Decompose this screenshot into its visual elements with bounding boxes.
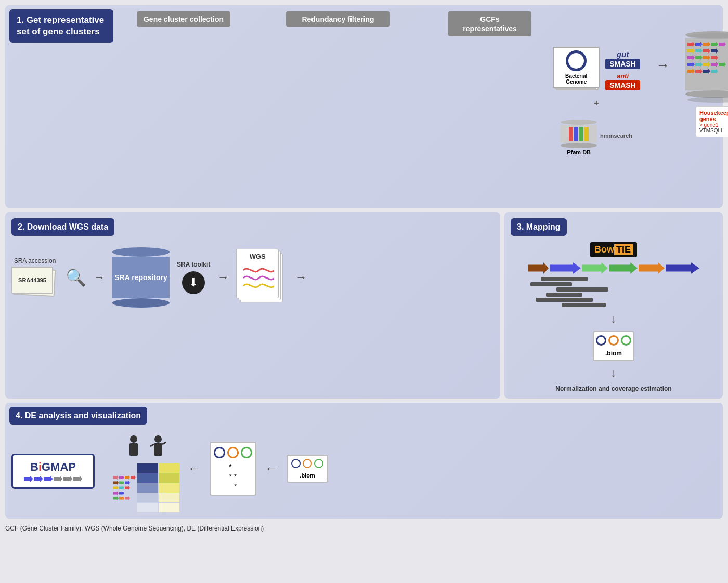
section2: 2. Download WGS data SRA accession SRA44… [5,212,500,399]
smash-box: SMASH [605,59,640,69]
sra-toolkit-label: SRA toolkit [177,261,210,268]
section4: 4. DE analysis and visualization BiGMAP [5,403,723,519]
svg-line-27 [150,444,154,446]
col-header-collection: Gene cluster collection [137,11,230,27]
wgs-stack: WGS [236,249,288,306]
section1: Gene cluster collection Redundancy filte… [5,5,723,208]
bigmap-logo: BiGMAP [11,454,95,489]
person-icon-2 [150,435,166,459]
section4-label: 4. DE analysis and visualization [9,407,147,425]
col-header-redundancy: Redundancy filtering [286,11,390,27]
svg-point-23 [130,435,137,443]
sra-doc: SRA44395 [11,267,53,294]
pfam-label: Pfam DB [567,149,591,155]
svg-rect-26 [154,443,162,456]
biom-ref-box: .biom [287,455,328,483]
sra-repository: SRA repository [112,247,170,308]
svg-point-25 [154,435,162,443]
biom-box: .biom [593,331,634,361]
hmmsearch-label: hmmsearch [600,132,632,139]
section2-label: 2. Download WGS data [11,218,114,236]
col-header-gcfs: GCFs representatives [448,11,531,36]
antismash-logo: anti SMASH [605,72,640,90]
person-icon-1 [127,435,140,459]
pfam-db: Pfam DB [561,120,597,155]
heatmap [113,463,179,512]
section3: 3. Mapping BowTIE [504,212,723,399]
svg-line-28 [162,442,166,444]
footer: GCF (Gene Cluster Family), WGS (Whole Ge… [5,525,723,532]
antismash-box: SMASH [605,80,640,90]
housekeeping-box: Housekeeping genes > gene1 VTMSQLL [696,106,728,137]
stats-box: * * * * [210,442,256,496]
normalization-label: Normalization and coverage estimation [555,385,671,392]
download-icon: ⬇ [182,271,205,294]
section1-label: 1. Get representative set of gene cluste… [9,9,113,43]
genome-label: Bacterial Genome [556,73,596,85]
gutsmash-logo: gut SMASH [605,50,640,69]
bowtie-logo: BowTIE [590,242,637,257]
sra-accession-label: SRA accession [14,257,56,264]
search-icon: 🔍 [66,268,86,287]
section3-label: 3. Mapping [511,218,567,236]
svg-rect-24 [129,443,138,456]
